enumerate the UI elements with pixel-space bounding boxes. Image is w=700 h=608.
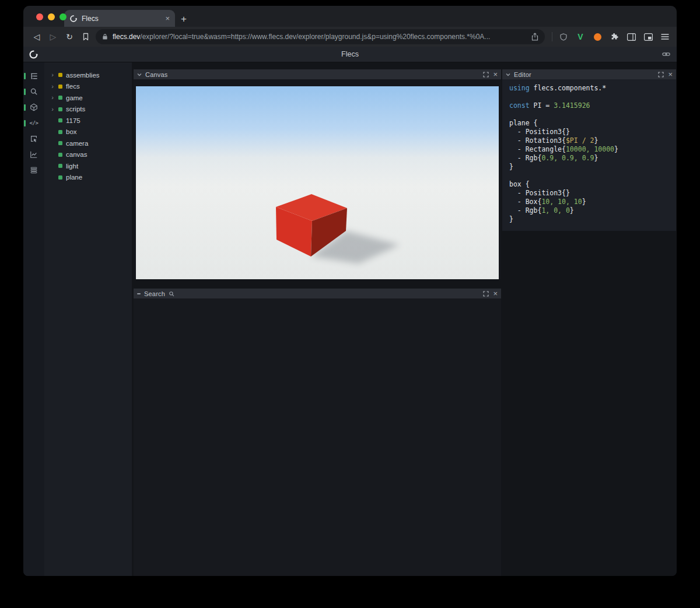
render-viewport[interactable] <box>136 86 499 279</box>
new-tab-button[interactable]: + <box>181 14 187 24</box>
tree-item-light[interactable]: light <box>44 160 132 172</box>
code-line <box>509 171 669 180</box>
extension-cluster: V <box>575 31 671 43</box>
entity-tree: ›assemblies›flecs›game›scripts1175boxcam… <box>44 62 132 576</box>
chart-rail-button[interactable] <box>23 149 44 160</box>
tree-item-label: flecs <box>66 83 80 90</box>
orange-extension-icon[interactable] <box>592 31 603 43</box>
browser-tab[interactable]: Flecs × <box>64 10 175 27</box>
tree-item-canvas[interactable]: canvas <box>44 149 132 161</box>
side-panel-icon[interactable] <box>625 31 637 43</box>
traffic-lights <box>36 13 66 20</box>
tree-item-label: plane <box>66 174 82 181</box>
share-icon[interactable] <box>531 33 538 41</box>
tree-item-label: light <box>66 163 78 170</box>
minimize-window-button[interactable] <box>48 13 55 20</box>
entity-color-swatch <box>58 130 62 134</box>
tab-group-icon[interactable] <box>642 31 654 43</box>
tree-item-box[interactable]: box <box>44 126 132 138</box>
close-icon[interactable]: × <box>493 71 498 78</box>
tree-item-label: 1175 <box>66 117 80 124</box>
bookmark-sidebar-icon[interactable] <box>78 29 93 44</box>
code-line: - Rotation3{$PI / 2} <box>509 136 669 145</box>
code-line: using flecs.components.* <box>509 84 669 93</box>
url-text: flecs.dev/explorer/?local=true&wasm=http… <box>113 33 527 41</box>
code-line: - Rectangle{10000, 10000} <box>509 145 669 154</box>
tree-item-label: scripts <box>66 106 85 113</box>
editor-panel-title: Editor <box>514 71 531 78</box>
inspect-rail-button[interactable] <box>23 133 44 144</box>
chevron-down-icon[interactable] <box>137 72 142 77</box>
render-scene <box>136 86 499 279</box>
cube-icon <box>30 103 38 111</box>
rows-rail-button[interactable] <box>23 165 44 175</box>
shield-icon[interactable] <box>556 29 571 44</box>
tree-rail-button[interactable] <box>23 71 44 81</box>
entity-color-swatch <box>58 107 62 111</box>
app-header: Flecs <box>23 47 677 62</box>
tab-favicon-flecs-logo-icon <box>69 15 78 23</box>
tree-item-label: game <box>66 94 83 101</box>
collapse-dash-icon[interactable] <box>137 293 141 294</box>
expand-icon[interactable] <box>658 72 664 78</box>
tree-item-assemblies[interactable]: ›assemblies <box>44 69 132 81</box>
canvas-panel-header[interactable]: Canvas × <box>134 69 501 79</box>
share-link-icon[interactable] <box>662 50 670 61</box>
search-panel-header[interactable]: Search × <box>134 289 501 298</box>
lock-icon <box>102 33 108 40</box>
inspect-icon <box>30 135 38 143</box>
close-icon[interactable]: × <box>493 290 498 297</box>
v-extension-icon[interactable]: V <box>575 31 586 43</box>
code-line: box { <box>509 180 669 189</box>
browser-window: Flecs × + ◁ ▷ ↻ flecs.dev/explorer/?loca… <box>23 6 677 576</box>
main-area: </> ›assemblies›flecs›game›scripts1175bo… <box>23 62 677 576</box>
chevron-right-icon[interactable]: › <box>50 83 55 90</box>
code-line <box>509 110 669 119</box>
editor-panel: Editor × using flecs.components.* const … <box>502 69 676 231</box>
close-icon[interactable]: × <box>668 71 673 78</box>
rows-icon <box>30 166 38 174</box>
chevron-down-icon[interactable] <box>506 72 510 77</box>
close-window-button[interactable] <box>36 13 43 20</box>
tree-item-1175[interactable]: 1175 <box>44 115 132 126</box>
chevron-right-icon[interactable]: › <box>50 72 55 78</box>
cube-rail-button[interactable] <box>23 102 44 113</box>
tree-item-game[interactable]: ›game <box>44 92 132 104</box>
browser-toolbar: ◁ ▷ ↻ flecs.dev/explorer/?local=true&was… <box>23 27 677 47</box>
expand-icon[interactable] <box>483 291 489 297</box>
page-title: Flecs <box>23 50 677 58</box>
tree-item-camera[interactable]: camera <box>44 138 132 149</box>
chevron-right-icon[interactable]: › <box>50 106 55 113</box>
tab-close-icon[interactable]: × <box>165 15 170 22</box>
code-rail-button[interactable]: </> <box>23 118 44 128</box>
toolbar-divider <box>552 32 552 41</box>
editor-panel-header[interactable]: Editor × <box>502 69 676 79</box>
forward-button[interactable]: ▷ <box>46 29 61 44</box>
code-icon: </> <box>30 120 38 126</box>
url-path: /explorer/?local=true&wasm=https://www.f… <box>140 33 490 41</box>
code-line: - Rgb{0.9, 0.9, 0.9} <box>509 154 669 163</box>
expand-icon[interactable] <box>483 72 489 78</box>
chart-icon <box>30 150 38 159</box>
code-line: - Box{10, 10, 10} <box>509 198 669 206</box>
canvas-panel-body <box>134 79 501 279</box>
code-line: } <box>509 215 669 224</box>
tree-item-label: box <box>66 128 77 135</box>
canvas-panel: Canvas × <box>134 69 501 279</box>
tree-item-plane[interactable]: plane <box>44 172 132 184</box>
puzzle-extensions-icon[interactable] <box>608 31 620 43</box>
tree-icon <box>30 72 38 80</box>
address-bar[interactable]: flecs.dev/explorer/?local=true&wasm=http… <box>96 29 545 44</box>
code-line: - Position3{} <box>509 128 669 136</box>
editor-column: Editor × using flecs.components.* const … <box>502 62 676 576</box>
search-rail-button[interactable] <box>23 86 44 97</box>
tree-item-scripts[interactable]: ›scripts <box>44 104 132 115</box>
zoom-window-button[interactable] <box>60 13 66 20</box>
back-button[interactable]: ◁ <box>29 29 44 44</box>
reload-button[interactable]: ↻ <box>62 29 77 44</box>
editor-code[interactable]: using flecs.components.* const PI = 3.14… <box>502 79 676 231</box>
tree-item-flecs[interactable]: ›flecs <box>44 81 132 93</box>
search-panel: Search × <box>134 289 501 576</box>
menu-icon[interactable] <box>659 31 671 43</box>
chevron-right-icon[interactable]: › <box>50 94 55 101</box>
